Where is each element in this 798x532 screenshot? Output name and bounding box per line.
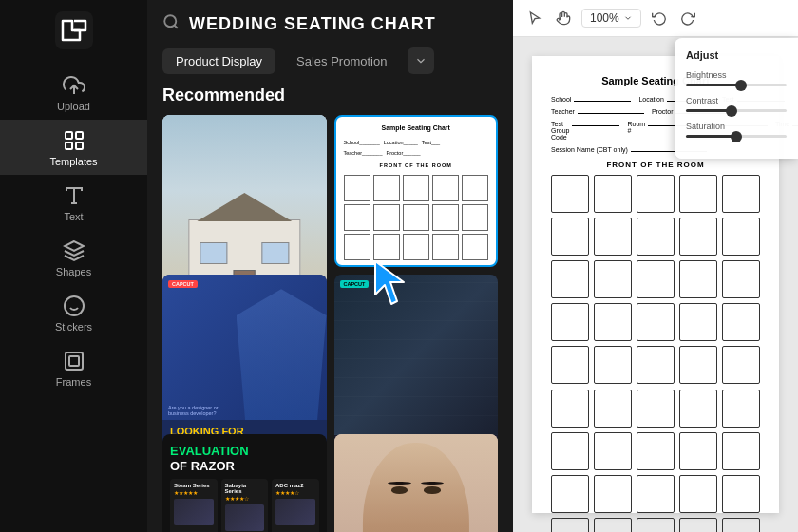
brightness-control: Brightness — [686, 70, 787, 86]
become-badge: CAPCUT — [340, 280, 370, 288]
adjust-title: Adjust — [686, 49, 787, 61]
seat — [636, 346, 674, 384]
template-card-seating[interactable]: Sample Seating Chart School_______Locati… — [334, 115, 499, 267]
seat — [636, 260, 674, 298]
sidebar-item-templates[interactable]: Templates — [0, 120, 147, 175]
tab-product-display[interactable]: Product Display — [162, 48, 276, 74]
search-icon — [162, 13, 180, 34]
seat — [594, 475, 632, 513]
seat — [594, 432, 632, 470]
templates-icon — [63, 129, 86, 152]
seat — [636, 303, 674, 341]
shapes-label: Shapes — [56, 266, 91, 277]
seat — [636, 432, 674, 470]
contrast-slider[interactable] — [686, 109, 787, 112]
seat — [679, 390, 717, 428]
template-grid: now available for sell! Beautiful house … — [147, 115, 513, 532]
seat — [679, 175, 717, 213]
hand-tool[interactable] — [553, 8, 574, 28]
redo-button[interactable] — [677, 8, 698, 28]
svg-rect-5 — [66, 142, 72, 149]
eval-product-2: Sabayia Series — [225, 483, 265, 494]
field-location: Location — [638, 96, 663, 103]
section-label: Recommended — [147, 86, 513, 115]
doc-toolbar: 100% — [513, 0, 798, 37]
svg-rect-11 — [66, 352, 83, 370]
search-query: WEDDING SEATING CHART — [189, 14, 436, 34]
svg-line-14 — [174, 25, 177, 28]
tab-sales-promotion[interactable]: Sales Promotion — [283, 48, 400, 74]
seat — [594, 218, 632, 256]
members-capcut-badge: CAPCUT — [168, 280, 198, 288]
saturation-control: Saturation — [686, 122, 787, 138]
seat — [679, 260, 717, 298]
seat — [679, 218, 717, 256]
seat — [551, 303, 589, 341]
saturation-slider[interactable] — [686, 135, 787, 138]
frames-icon — [63, 350, 86, 372]
upload-label: Upload — [57, 101, 90, 112]
seat-grid-front — [551, 175, 760, 384]
stickers-icon — [63, 294, 86, 317]
upload-icon — [63, 74, 86, 97]
field-testgroup: Test Group Code — [551, 121, 569, 141]
seat — [722, 390, 760, 428]
seating-title: Sample Seating Chart — [344, 124, 489, 131]
tabs-row: Product Display Sales Promotion — [147, 48, 513, 86]
svg-rect-4 — [76, 142, 83, 149]
text-icon — [63, 184, 86, 207]
field-proctor: Proctor — [652, 108, 674, 115]
main-content: WEDDING SEATING CHART Product Display Sa… — [147, 0, 513, 532]
sidebar-item-shapes[interactable]: Shapes — [0, 230, 147, 285]
seat — [722, 346, 760, 384]
field-teacher: Teacher — [551, 108, 575, 115]
frames-label: Frames — [56, 376, 91, 388]
field-session: Session Name (CBT only) — [551, 146, 628, 153]
stickers-label: Stickers — [55, 321, 92, 332]
svg-point-8 — [65, 296, 84, 315]
sidebar-item-stickers[interactable]: Stickers — [0, 285, 147, 340]
seat — [722, 175, 760, 213]
svg-rect-12 — [69, 356, 79, 366]
template-card-eval[interactable]: EVALUATIONOF RAZOR Steam Series ★★★★★ Sa… — [162, 434, 327, 532]
seat — [636, 390, 674, 428]
seat — [551, 260, 589, 298]
seat — [679, 303, 717, 341]
seat — [594, 175, 632, 213]
sidebar: Upload Templates Text Shapes — [0, 0, 147, 532]
seat — [679, 518, 717, 532]
seat — [636, 175, 674, 213]
seat — [679, 475, 717, 513]
template-card-woman[interactable]: UNVEIL YOURSKIN'S TRUEPOTENTIAL WITHOUR … — [334, 434, 499, 532]
seat — [551, 518, 589, 532]
seat — [679, 346, 717, 384]
field-room: Room # — [627, 121, 645, 134]
zoom-control[interactable]: 100% — [581, 9, 641, 28]
shapes-icon — [63, 239, 86, 262]
svg-rect-2 — [66, 132, 72, 139]
seat — [551, 475, 589, 513]
adjust-panel: Adjust Brightness Contrast Saturation — [674, 38, 798, 159]
seat — [722, 475, 760, 513]
seat — [594, 260, 632, 298]
seat — [594, 303, 632, 341]
tab-dropdown[interactable] — [408, 48, 434, 74]
seat — [551, 218, 589, 256]
sidebar-item-text[interactable]: Text — [0, 175, 147, 230]
seat — [594, 346, 632, 384]
eval-headline: EVALUATIONOF RAZOR — [170, 444, 319, 473]
seat — [594, 390, 632, 428]
svg-rect-3 — [76, 132, 83, 139]
cursor-tool[interactable] — [524, 8, 545, 28]
sidebar-item-frames[interactable]: Frames — [0, 340, 147, 395]
brightness-slider[interactable] — [686, 84, 787, 86]
field-school: School — [551, 96, 571, 103]
seat — [722, 432, 760, 470]
seat — [679, 432, 717, 470]
seat-grid-middle — [551, 390, 760, 532]
saturation-label: Saturation — [686, 122, 787, 131]
zoom-value: 100% — [590, 11, 619, 25]
undo-button[interactable] — [649, 8, 670, 28]
sidebar-item-upload[interactable]: Upload — [0, 65, 147, 120]
eval-product-1: Steam Series — [174, 483, 214, 488]
